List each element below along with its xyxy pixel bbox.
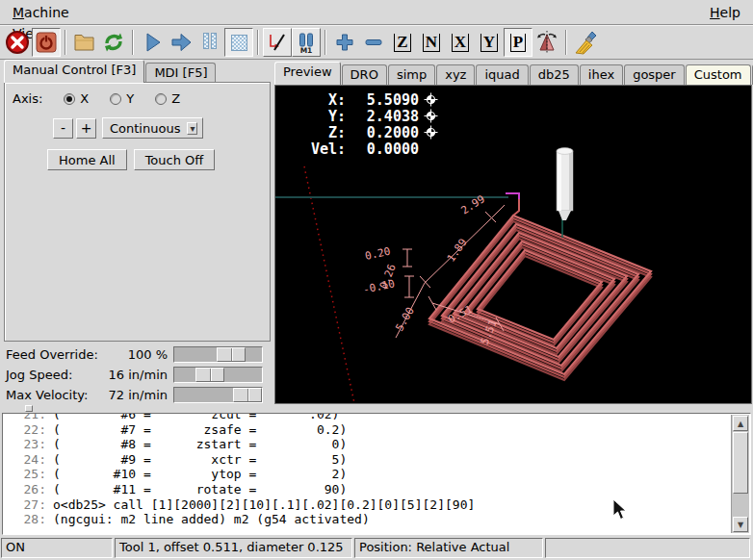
zoom-out-button[interactable] bbox=[359, 28, 388, 57]
gcode-line-number: 28: bbox=[17, 512, 46, 527]
pane-sash[interactable] bbox=[0, 404, 753, 413]
toolbar-separator bbox=[65, 30, 66, 55]
axis-radio-x[interactable]: X bbox=[64, 91, 89, 106]
gcode-lines: 21:( #6 = zcut = .02)22:( #7 = zsafe = 0… bbox=[3, 413, 750, 527]
tab-preview[interactable]: Preview bbox=[274, 62, 341, 85]
gcode-line-text: ( #7 = zsafe = 0.2) bbox=[53, 422, 347, 437]
optional-pause-m1-toggle[interactable]: M1 bbox=[292, 28, 321, 57]
gcode-line[interactable]: 25:( #10 = ytop = 2) bbox=[17, 467, 750, 482]
scroll-down-button[interactable]: ▼ bbox=[733, 517, 748, 532]
jog-mode-dropdown[interactable]: Continuous ▾ bbox=[102, 117, 203, 139]
tab-ihex[interactable]: ihex bbox=[580, 64, 623, 85]
tab-manual-control-f3[interactable]: Manual Control [F3] bbox=[4, 60, 144, 83]
dro-row-x: X:5.5090 bbox=[302, 91, 438, 108]
gcode-line-number: 23: bbox=[17, 437, 46, 452]
jog-minus-button[interactable]: - bbox=[53, 118, 73, 139]
slider-value: 72 in/min bbox=[100, 388, 173, 402]
view-z-button[interactable]: Z bbox=[388, 28, 417, 57]
view-z-rotated-button[interactable]: N bbox=[417, 28, 446, 57]
slider-label: Feed Override: bbox=[2, 347, 100, 362]
gcode-line[interactable]: 28:(ngcgui: m2 line added) m2 (g54 activ… bbox=[17, 512, 750, 527]
svg-text:1.89: 1.89 bbox=[445, 237, 470, 265]
preview-3d-view[interactable]: 2.99 1.89 0.20 0.26 -0.10 5.00 0.51 5.51… bbox=[274, 85, 752, 404]
run-button[interactable] bbox=[138, 28, 167, 57]
slider-track[interactable] bbox=[173, 387, 263, 403]
chevron-down-icon: ▾ bbox=[187, 122, 197, 135]
home-all-button[interactable]: Home All bbox=[47, 149, 127, 170]
touch-off-button[interactable]: Touch Off bbox=[134, 149, 216, 170]
tab-dro[interactable]: DRO bbox=[342, 64, 387, 85]
axis-radio-z[interactable]: Z bbox=[155, 91, 180, 106]
svg-text:2.99: 2.99 bbox=[459, 192, 487, 216]
sash-grip[interactable] bbox=[25, 405, 33, 412]
view-y-button[interactable]: Y bbox=[475, 28, 504, 57]
scrollbar-thumb[interactable] bbox=[733, 432, 748, 494]
folder-icon bbox=[72, 30, 97, 55]
gcode-line[interactable]: 21:( #6 = zcut = .02) bbox=[17, 413, 750, 422]
gcode-vertical-scrollbar[interactable]: ▲ ▼ bbox=[731, 415, 749, 533]
play-icon bbox=[141, 31, 164, 54]
skip-lines-toggle[interactable] bbox=[263, 28, 292, 57]
view-perspective-button[interactable]: P bbox=[504, 28, 532, 57]
gcode-line-text: ( #8 = zstart = 0) bbox=[53, 437, 347, 451]
zoom-out-icon bbox=[363, 32, 384, 53]
menu-right: Help bbox=[701, 2, 749, 23]
dro-axis-label: X: bbox=[302, 91, 346, 109]
view-z-icon: Z bbox=[394, 34, 410, 52]
axis-radio-y[interactable]: Y bbox=[110, 91, 134, 106]
status-cell-2: Position: Relative Actual bbox=[354, 538, 543, 558]
estop-button[interactable] bbox=[3, 28, 32, 57]
axis-radio-label: Y bbox=[126, 91, 134, 106]
view-y-icon: Y bbox=[480, 34, 498, 52]
tab-custom[interactable]: Custom bbox=[686, 64, 751, 85]
radio-indicator bbox=[155, 93, 167, 105]
gcode-line[interactable]: 22:( #7 = zsafe = 0.2) bbox=[17, 422, 750, 438]
slider-handle[interactable] bbox=[217, 347, 246, 362]
jog-plus-button[interactable]: + bbox=[76, 118, 96, 139]
svg-text:-0.10: -0.10 bbox=[362, 277, 396, 296]
scroll-up-button[interactable]: ▲ bbox=[733, 416, 748, 431]
tab-xyz[interactable]: xyz bbox=[436, 64, 475, 85]
gcode-line[interactable]: 27:o<db25> call [1][2000][2][10][.1][.02… bbox=[17, 497, 750, 513]
rotate-view-button[interactable] bbox=[532, 28, 561, 57]
pause-button[interactable] bbox=[195, 28, 224, 57]
tab-gosper[interactable]: gosper bbox=[624, 64, 685, 85]
gcode-listing[interactable]: 21:( #6 = zcut = .02)22:( #7 = zsafe = 0… bbox=[2, 413, 751, 535]
tab-mdi-f5[interactable]: MDI [F5] bbox=[145, 63, 216, 83]
gcode-line-number: 26: bbox=[17, 482, 46, 497]
menu-machine[interactable]: Machine bbox=[4, 2, 78, 23]
gcode-line-number: 25: bbox=[17, 467, 46, 482]
pause-icon bbox=[202, 33, 218, 52]
view-x-button[interactable]: X bbox=[446, 28, 475, 57]
gcode-line[interactable]: 24:( #9 = xctr = 5) bbox=[17, 452, 750, 468]
tab-db25[interactable]: db25 bbox=[530, 64, 579, 85]
slider-track[interactable] bbox=[173, 346, 263, 363]
open-file-button[interactable] bbox=[70, 28, 99, 57]
m1-pause-icon: M1 bbox=[295, 31, 318, 54]
slider-handle[interactable] bbox=[233, 388, 262, 402]
dro-axis-value: 0.2000 bbox=[346, 124, 419, 141]
zoom-in-button[interactable] bbox=[330, 28, 359, 57]
slider-label: Jog Speed: bbox=[2, 368, 100, 382]
gcode-line[interactable]: 26:( #11 = rotate = 90) bbox=[17, 482, 750, 497]
estop-icon bbox=[5, 30, 30, 55]
tab-simp[interactable]: simp bbox=[388, 64, 435, 85]
tab-iquad[interactable]: iquad bbox=[476, 64, 528, 85]
gcode-line[interactable]: 23:( #8 = zstart = 0) bbox=[17, 437, 750, 452]
machine-power-button[interactable] bbox=[32, 28, 61, 57]
step-arrow-icon bbox=[169, 30, 194, 55]
stop-button[interactable] bbox=[224, 28, 253, 57]
gcode-line-number: 22: bbox=[17, 422, 46, 438]
origin-marker-icon bbox=[424, 92, 438, 107]
view-x-icon: X bbox=[452, 34, 469, 52]
dro-axis-label: Y: bbox=[302, 108, 346, 125]
slider-value: 16 in/min bbox=[100, 368, 173, 382]
slider-handle[interactable] bbox=[195, 368, 224, 382]
clear-plot-button[interactable] bbox=[571, 28, 600, 57]
manual-control-panel: Axis: XYZ - + Continuous ▾ Home All Touc… bbox=[4, 82, 271, 342]
toolbar-separator bbox=[565, 30, 567, 55]
reload-button[interactable] bbox=[99, 28, 128, 57]
slider-track[interactable] bbox=[173, 367, 263, 383]
step-button[interactable] bbox=[167, 28, 195, 57]
menu-help[interactable]: Help bbox=[701, 2, 749, 23]
